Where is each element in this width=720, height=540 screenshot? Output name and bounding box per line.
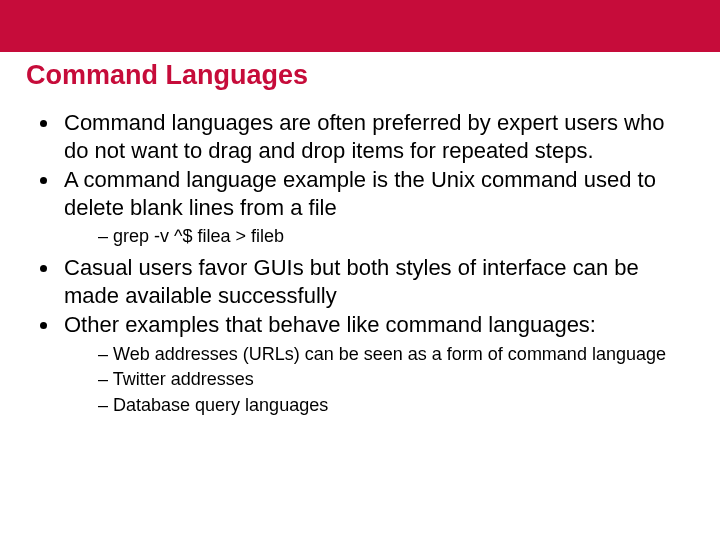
- sub-bullet-item: Database query languages: [98, 394, 694, 417]
- sub-bullet-list: grep -v ^$ filea > fileb: [64, 225, 694, 248]
- slide-title: Command Languages: [26, 60, 694, 91]
- bullet-text: Other examples that behave like command …: [64, 312, 596, 337]
- sub-bullet-item: Twitter addresses: [98, 368, 694, 391]
- bullet-text: A command language example is the Unix c…: [64, 167, 656, 220]
- bullet-item: A command language example is the Unix c…: [60, 166, 694, 248]
- bullet-item: Other examples that behave like command …: [60, 311, 694, 417]
- sub-bullet-item: grep -v ^$ filea > fileb: [98, 225, 694, 248]
- slide-content: Command Languages Command languages are …: [0, 52, 720, 417]
- bullet-item: Casual users favor GUIs but both styles …: [60, 254, 694, 309]
- sub-bullet-list: Web addresses (URLs) can be seen as a fo…: [64, 343, 694, 417]
- bullet-list: Command languages are often preferred by…: [26, 109, 694, 417]
- bullet-item: Command languages are often preferred by…: [60, 109, 694, 164]
- header-banner: [0, 0, 720, 52]
- sub-bullet-item: Web addresses (URLs) can be seen as a fo…: [98, 343, 694, 366]
